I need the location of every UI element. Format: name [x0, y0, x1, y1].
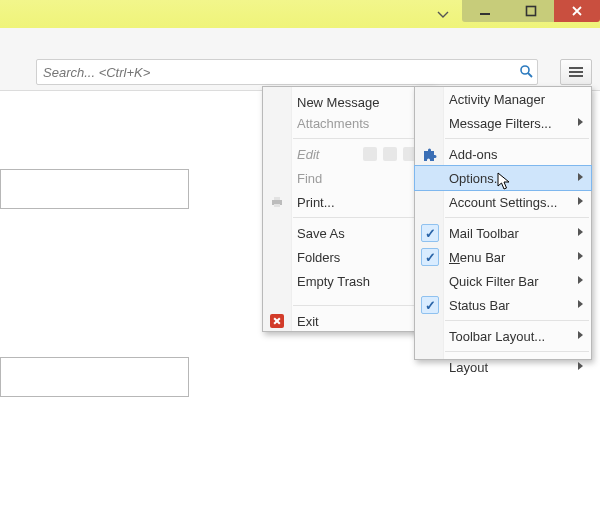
- menu-edit: Edit: [263, 142, 433, 166]
- check-icon: ✓: [421, 296, 439, 314]
- menu-label: Folders: [297, 250, 340, 265]
- menu-label: Exit: [297, 314, 319, 329]
- menu-label: Options...: [449, 171, 505, 186]
- submenu-arrow-icon: [578, 300, 583, 308]
- menu-print[interactable]: Print...: [263, 190, 433, 214]
- menu-label: Account Settings...: [449, 195, 557, 210]
- menu-label: Menu Bar: [449, 250, 505, 265]
- menu-find: Find: [263, 166, 433, 190]
- menu-label: Message Filters...: [449, 116, 552, 131]
- menu-label: Print...: [297, 195, 335, 210]
- menu-folders[interactable]: Folders: [263, 245, 433, 269]
- submenu-layout[interactable]: Layout: [415, 355, 591, 379]
- title-bar: [0, 0, 600, 29]
- search-icon[interactable]: [515, 64, 537, 81]
- svg-line-3: [528, 73, 532, 77]
- hamburger-menu-button[interactable]: [560, 59, 592, 85]
- menu-label: Edit: [297, 147, 319, 162]
- check-icon: ✓: [421, 224, 439, 242]
- window-restore-button[interactable]: [508, 0, 554, 22]
- window-close-button[interactable]: [554, 0, 600, 22]
- menu-label: Attachments: [297, 116, 369, 131]
- menu-label: Activity Manager: [449, 92, 545, 107]
- menu-save-as[interactable]: Save As: [263, 221, 433, 245]
- window-minimize-button[interactable]: [462, 0, 508, 22]
- options-submenu: Activity Manager Message Filters... Add-…: [414, 86, 592, 360]
- submenu-options[interactable]: Options...: [414, 165, 592, 191]
- svg-rect-1: [527, 7, 536, 16]
- submenu-arrow-icon: [578, 118, 583, 126]
- menu-label: Layout: [449, 360, 488, 375]
- tab-strip: [0, 28, 600, 55]
- submenu-menu-bar[interactable]: ✓ Menu Bar: [415, 245, 591, 269]
- menu-label: Quick Filter Bar: [449, 274, 539, 289]
- submenu-quick-filter-bar[interactable]: Quick Filter Bar: [415, 269, 591, 293]
- check-icon: ✓: [421, 248, 439, 266]
- svg-rect-0: [480, 13, 490, 15]
- hamburger-icon: [569, 67, 583, 77]
- menu-label: Save As: [297, 226, 345, 241]
- submenu-arrow-icon: [578, 252, 583, 260]
- content-pane: [0, 169, 189, 209]
- submenu-arrow-icon: [578, 331, 583, 339]
- submenu-activity-manager[interactable]: Activity Manager: [415, 87, 591, 111]
- app-window: New Message Attachments Edit Find Print.…: [0, 0, 600, 511]
- submenu-arrow-icon: [578, 276, 583, 284]
- menu-attachments: Attachments: [263, 111, 433, 135]
- svg-rect-6: [274, 204, 280, 207]
- submenu-arrow-icon: [578, 197, 583, 205]
- submenu-arrow-icon: [578, 362, 583, 370]
- submenu-message-filters[interactable]: Message Filters...: [415, 111, 591, 135]
- submenu-arrow-icon: [578, 228, 583, 236]
- submenu-status-bar[interactable]: ✓ Status Bar: [415, 293, 591, 317]
- menu-label: Find: [297, 171, 322, 186]
- printer-icon: [269, 194, 285, 210]
- exit-icon: [269, 313, 285, 329]
- content-pane: [0, 357, 189, 397]
- svg-point-2: [521, 66, 529, 74]
- submenu-account-settings[interactable]: Account Settings...: [415, 190, 591, 214]
- submenu-toolbar-layout[interactable]: Toolbar Layout...: [415, 324, 591, 348]
- menu-empty-trash[interactable]: Empty Trash: [263, 269, 433, 293]
- search-box[interactable]: [36, 59, 538, 85]
- menu-label: Mail Toolbar: [449, 226, 519, 241]
- menu-label: Toolbar Layout...: [449, 329, 545, 344]
- menu-label: Status Bar: [449, 298, 510, 313]
- menu-exit[interactable]: Exit: [263, 309, 433, 333]
- menu-label: New Message: [297, 95, 379, 110]
- titlebar-dropdown-icon[interactable]: [436, 8, 450, 22]
- menu-label: Empty Trash: [297, 274, 370, 289]
- submenu-mail-toolbar[interactable]: ✓ Mail Toolbar: [415, 221, 591, 245]
- search-input[interactable]: [37, 61, 515, 83]
- submenu-arrow-icon: [578, 173, 583, 181]
- app-menu: New Message Attachments Edit Find Print.…: [262, 86, 434, 332]
- edit-action-icons: [363, 147, 417, 161]
- menu-label: Add-ons: [449, 147, 497, 162]
- submenu-add-ons[interactable]: Add-ons: [415, 142, 591, 166]
- svg-rect-5: [274, 197, 280, 200]
- puzzle-icon: [421, 146, 437, 165]
